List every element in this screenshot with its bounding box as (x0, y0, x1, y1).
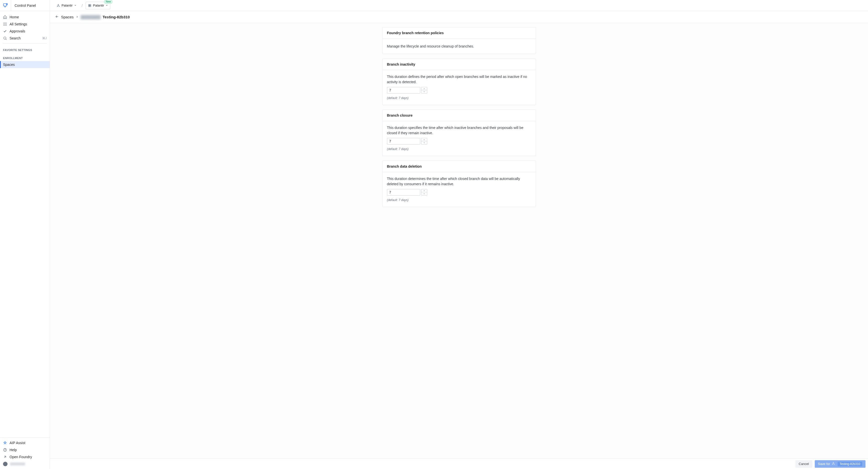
new-badge: New (104, 0, 113, 4)
sidebar-item-label: AIP Assist (9, 441, 25, 445)
sidebar-item-aip-assist[interactable]: AIP Assist (0, 439, 50, 446)
svg-point-18 (4, 37, 6, 39)
content-scroll[interactable]: Foundry branch retention policies Manage… (50, 23, 868, 459)
home-icon (3, 15, 7, 19)
topbar-controls: Palantir / Palantir New (50, 0, 110, 11)
svg-point-13 (5, 24, 5, 25)
sidebar-group-favorite: FAVORITE SETTINGS (0, 45, 50, 53)
svg-point-11 (6, 23, 6, 23)
main: Spaces ████████ Testing-82b310 Foundry b… (50, 11, 868, 469)
sidebar-item-help[interactable]: Help (0, 446, 50, 453)
svg-point-3 (57, 6, 58, 6)
quantity-stepper (421, 87, 427, 93)
chevron-down-icon (105, 3, 108, 7)
svg-rect-7 (89, 5, 90, 6)
breadcrumb-root[interactable]: Spaces (61, 15, 73, 19)
sidebar-bottom: AIP Assist Help Open Foundry (0, 438, 50, 469)
sidebar-item-all-settings[interactable]: All Settings (0, 21, 50, 28)
svg-point-15 (3, 25, 4, 26)
default-hint: (default: 7 days) (387, 96, 531, 100)
sidebar-item-search[interactable]: Search ⌘J (0, 35, 50, 42)
search-icon (3, 36, 7, 40)
stepper-down[interactable] (422, 141, 427, 144)
page-title: Testing-82b310 (102, 15, 130, 19)
card-description: This duration specifies the time after w… (387, 125, 531, 136)
card-title: Foundry branch retention policies (382, 27, 536, 39)
quantity-stepper (421, 138, 427, 145)
avatar-icon (3, 462, 7, 466)
monitor-settings-icon (3, 3, 8, 8)
sidebar-item-label: Help (9, 448, 17, 452)
card-intro: Foundry branch retention policies Manage… (382, 27, 536, 54)
quantity-stepper (421, 189, 427, 196)
svg-point-9 (3, 23, 4, 23)
sidebar-item-label: Spaces (3, 63, 15, 67)
breadcrumb: Spaces ████████ Testing-82b310 (50, 11, 868, 23)
svg-point-14 (6, 24, 6, 25)
cancel-button[interactable]: Cancel (796, 460, 812, 468)
app-logo[interactable] (0, 0, 11, 11)
chevron-down-icon (423, 142, 426, 144)
svg-point-12 (3, 24, 4, 25)
sidebar-item-open-foundry[interactable]: Open Foundry (0, 453, 50, 461)
breadcrumb-separator: / (81, 3, 84, 7)
save-target-badge: Testing-82b310 (838, 462, 862, 466)
sidebar-item-label: All Settings (9, 22, 27, 26)
divider (3, 43, 47, 43)
external-link-icon (3, 455, 7, 459)
card-title: Branch data deletion (382, 161, 536, 172)
card-body: Manage the lifecycle and resource cleanu… (382, 39, 536, 54)
sidebar-item-home[interactable]: Home (0, 13, 50, 21)
chevron-up-icon (423, 190, 426, 192)
org-selector-label: Palantir (62, 3, 72, 7)
workspace-selector-label: Palantir (93, 3, 104, 7)
sidebar-item-spaces[interactable]: Spaces (0, 61, 50, 68)
cancel-label: Cancel (799, 462, 809, 466)
card-branch-inactivity: Branch inactivity This duration defines … (382, 59, 536, 105)
breadcrumb-redacted: ████████ (81, 15, 100, 19)
sidebar-group-enrollment: ENROLLMENT (0, 53, 50, 61)
org-icon (832, 462, 835, 466)
topbar: Control Panel Palantir / Palantir New (0, 0, 868, 11)
svg-rect-6 (90, 4, 91, 5)
back-button[interactable] (55, 14, 59, 19)
footer-bar: Cancel Save for Testing-82b310 (50, 459, 868, 469)
chevron-up-icon (423, 139, 426, 141)
card-title: Branch inactivity (382, 59, 536, 70)
stepper-up[interactable] (422, 189, 427, 193)
stepper-down[interactable] (422, 192, 427, 195)
aip-assist-icon (3, 441, 7, 445)
help-icon (3, 448, 7, 452)
inactivity-days-input[interactable] (387, 87, 420, 93)
card-description: This duration determines the time after … (387, 176, 531, 186)
card-branch-deletion: Branch data deletion This duration deter… (382, 160, 536, 207)
user-name-redacted (10, 463, 25, 466)
card-description: This duration defines the period after w… (387, 74, 531, 84)
stepper-up[interactable] (422, 138, 427, 142)
svg-point-10 (5, 23, 5, 23)
svg-rect-8 (90, 5, 91, 6)
check-icon (3, 29, 7, 33)
workspace-icon (88, 4, 91, 7)
card-title: Branch closure (382, 110, 536, 121)
sidebar-item-approvals[interactable]: Approvals (0, 28, 50, 35)
org-icon (57, 4, 60, 7)
default-hint: (default: 7 days) (387, 147, 531, 151)
sidebar-item-label: Home (9, 15, 19, 19)
svg-point-16 (5, 25, 5, 26)
sidebar-item-user[interactable] (0, 461, 50, 468)
deletion-days-input[interactable] (387, 189, 420, 196)
card-body-text: Manage the lifecycle and resource cleanu… (387, 44, 474, 48)
svg-point-2 (58, 4, 59, 4)
stepper-down[interactable] (422, 90, 427, 93)
svg-rect-5 (89, 4, 90, 5)
sidebar: Home All Settings Approvals Search ⌘J FA… (0, 11, 50, 469)
arrow-left-icon (55, 14, 59, 19)
workspace-selector[interactable]: Palantir New (86, 2, 110, 9)
closure-days-input[interactable] (387, 138, 420, 145)
save-button[interactable]: Save for Testing-82b310 (815, 460, 866, 468)
chevron-up-icon (423, 88, 426, 90)
org-selector[interactable]: Palantir (55, 2, 79, 9)
stepper-up[interactable] (422, 87, 427, 90)
default-hint: (default: 7 days) (387, 198, 531, 202)
